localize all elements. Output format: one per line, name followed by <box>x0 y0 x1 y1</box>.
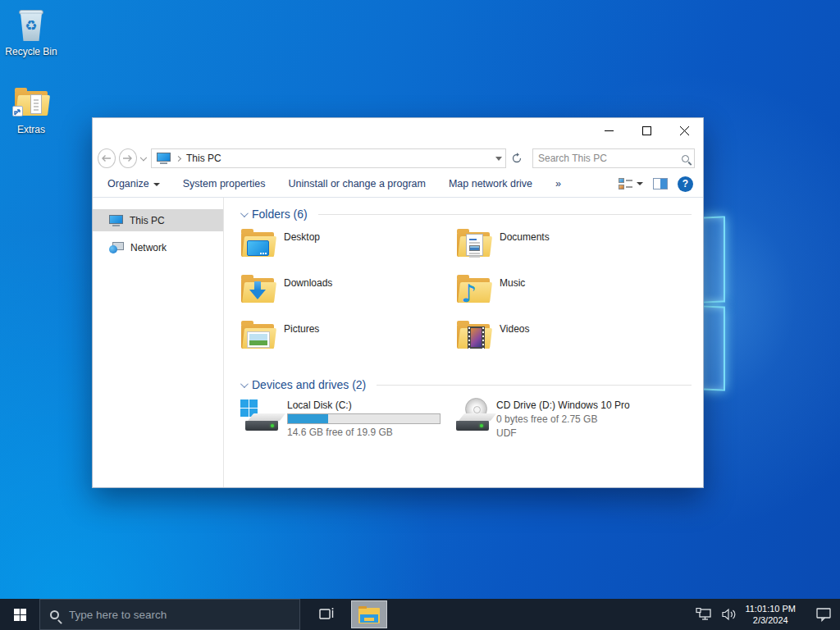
folder-item-videos[interactable]: Videos <box>456 321 672 367</box>
speaker-icon <box>721 608 737 621</box>
desktop-icon-label: Recycle Bin <box>0 46 62 57</box>
item-label: Downloads <box>284 277 332 289</box>
section-title[interactable]: Devices and drives (2) <box>252 378 366 391</box>
this-pc-icon <box>157 153 171 164</box>
music-note-icon: ♪ <box>461 281 477 306</box>
sidebar-item-this-pc[interactable]: This PC <box>93 209 223 231</box>
section-rule <box>318 214 692 215</box>
clock-time: 11:01:10 PM <box>745 603 796 614</box>
item-label: Music <box>500 277 525 289</box>
item-label: Pictures <box>284 323 319 335</box>
task-view-button[interactable] <box>308 599 345 630</box>
help-button[interactable]: ? <box>678 176 693 192</box>
cd-drive-icon <box>450 399 489 432</box>
file-explorer-window: This PC Organize System properties Unins… <box>92 117 704 488</box>
documents-folder-icon <box>456 229 491 258</box>
action-center-icon <box>815 607 832 622</box>
taskbar-clock[interactable]: 11:01:10 PM 2/3/2024 <box>745 603 796 626</box>
recycle-symbol-icon: ♻ <box>13 17 49 34</box>
back-arrow-icon <box>101 154 112 162</box>
maximize-button[interactable] <box>628 118 665 143</box>
network-tray-button[interactable] <box>696 608 713 622</box>
search-icon[interactable] <box>682 155 689 162</box>
disk-usage-fill <box>288 414 328 423</box>
drive-filesystem: UDF <box>496 427 630 439</box>
section-header-folders: Folders (6) <box>240 208 692 221</box>
shortcut-arrow-icon <box>12 106 23 116</box>
pictures-folder-icon <box>240 321 275 350</box>
disk-usage-bar <box>287 413 441 424</box>
minimize-icon <box>605 126 614 135</box>
collapse-chevron-icon[interactable] <box>240 380 249 388</box>
section-header-devices: Devices and drives (2) <box>240 378 692 391</box>
drive-name: Local Disk (C:) <box>287 399 441 411</box>
search-input[interactable] <box>538 153 682 164</box>
item-label: Documents <box>500 231 550 243</box>
task-view-icon <box>317 607 336 622</box>
local-disk-icon <box>240 399 280 432</box>
folder-item-music[interactable]: ♪ Music <box>456 275 672 321</box>
sidebar-item-network[interactable]: Network <box>93 236 223 258</box>
preview-pane-button[interactable] <box>653 178 668 189</box>
address-bar[interactable]: This PC <box>151 148 506 168</box>
minimize-button[interactable] <box>590 118 628 143</box>
action-center-button[interactable] <box>815 607 832 622</box>
toolbar-uninstall-program[interactable]: Uninstall or change a program <box>276 178 436 189</box>
folder-item-pictures[interactable]: Pictures <box>240 321 456 367</box>
close-button[interactable] <box>665 118 703 143</box>
drive-item-local-disk-c[interactable]: Local Disk (C:) 14.6 GB free of 19.9 GB <box>240 399 450 439</box>
start-button[interactable] <box>0 599 39 630</box>
taskbar-search-box[interactable] <box>39 599 300 630</box>
toolbar-overflow-chevron[interactable]: » <box>544 178 573 189</box>
toolbar-right-icons: ? <box>619 176 693 192</box>
drive-item-cd-drive-d[interactable]: CD Drive (D:) Windows 10 Pro 0 bytes fre… <box>450 399 692 439</box>
drive-free-space: 0 bytes free of 2.75 GB <box>496 413 630 425</box>
recent-locations-chevron-icon[interactable] <box>139 154 146 161</box>
volume-tray-button[interactable] <box>721 608 737 621</box>
folder-item-documents[interactable]: Documents <box>456 229 672 275</box>
desktop-icon-extras[interactable]: Extras <box>0 84 62 135</box>
system-tray: 11:01:10 PM 2/3/2024 <box>696 599 840 630</box>
folder-item-downloads[interactable]: Downloads <box>240 275 456 321</box>
wallpaper-logo-pane-bottom <box>701 305 725 390</box>
desktop: ♻ Recycle Bin Extras <box>0 0 840 630</box>
sidebar-item-label: Network <box>130 242 167 253</box>
command-toolbar: Organize System properties Uninstall or … <box>93 171 703 198</box>
folder-item-desktop[interactable]: Desktop <box>240 229 456 275</box>
dropdown-arrow-icon <box>153 183 160 186</box>
address-dropdown-icon[interactable] <box>495 157 502 161</box>
file-explorer-taskbar-button[interactable] <box>351 600 387 628</box>
back-button[interactable] <box>98 148 116 168</box>
desktop-icon-recycle-bin[interactable]: ♻ Recycle Bin <box>0 7 62 57</box>
toolbar-organize[interactable]: Organize <box>107 178 171 189</box>
taskbar-search-input[interactable] <box>69 609 290 621</box>
toolbar-map-network-drive[interactable]: Map network drive <box>437 178 544 189</box>
item-label: Desktop <box>284 231 320 243</box>
drive-name: CD Drive (D:) Windows 10 Pro <box>496 399 630 411</box>
views-icon <box>619 178 632 190</box>
content-area: Folders (6) Desktop <box>224 198 703 487</box>
section-rule <box>377 385 692 386</box>
desktop-folder-icon <box>240 229 275 258</box>
navigation-bar: This PC <box>93 146 703 171</box>
forward-arrow-icon <box>122 154 133 162</box>
taskbar: 11:01:10 PM 2/3/2024 <box>0 599 840 630</box>
toolbar-system-properties[interactable]: System properties <box>171 178 277 189</box>
close-icon <box>680 126 689 135</box>
clock-date: 2/3/2024 <box>745 614 796 626</box>
folder-papers <box>30 94 42 114</box>
breadcrumb[interactable]: This PC <box>186 153 221 164</box>
item-label: Videos <box>500 323 529 335</box>
collapse-chevron-icon[interactable] <box>240 209 249 217</box>
file-explorer-icon <box>358 606 380 623</box>
refresh-button[interactable] <box>509 148 524 168</box>
forward-button[interactable] <box>119 148 137 168</box>
extras-folder-icon <box>13 84 49 121</box>
sidebar-item-label: This PC <box>130 215 165 226</box>
section-title[interactable]: Folders (6) <box>252 208 308 221</box>
network-icon <box>696 608 713 622</box>
music-folder-icon: ♪ <box>456 275 491 304</box>
search-icon <box>50 610 59 619</box>
change-view-button[interactable] <box>619 178 643 190</box>
titlebar[interactable] <box>93 118 703 146</box>
